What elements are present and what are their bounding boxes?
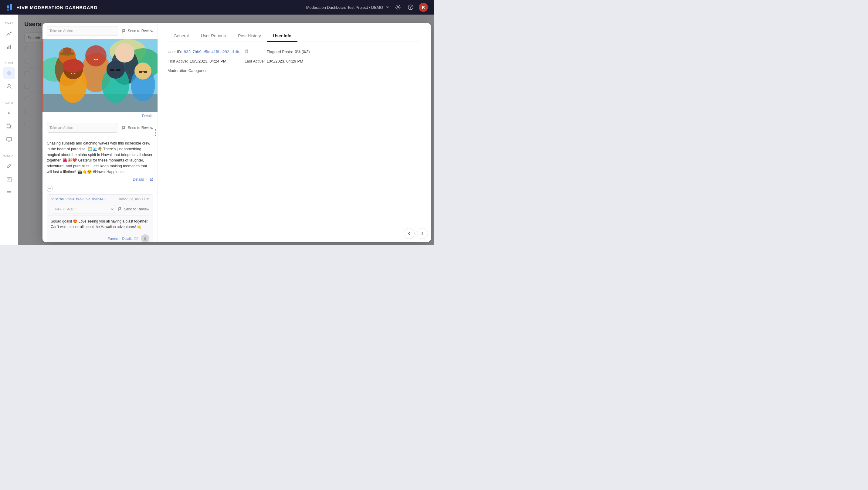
top-navigation: HIVE MODERATION DASHBOARD Moderation Das…	[0, 0, 434, 14]
svg-point-39	[63, 59, 84, 72]
text-post-details-link[interactable]: Details	[133, 177, 144, 182]
text-post-send-review-label: Send to Review	[128, 126, 153, 130]
next-arrow-button[interactable]	[417, 228, 428, 239]
prev-arrow-button[interactable]	[404, 228, 414, 239]
sidebar-item-search[interactable]	[3, 120, 15, 132]
modal-body: Take an Action Send to Review	[42, 23, 431, 242]
search-circle-icon	[6, 123, 12, 129]
svg-point-6	[410, 8, 411, 9]
sidebar-item-trends[interactable]	[3, 41, 15, 53]
image-post-action-bar: Take an Action Send to Review	[42, 23, 157, 39]
app-title: HIVE MODERATION DASHBOARD	[17, 5, 97, 10]
user-id-value[interactable]: 832e7bb9-e5fc-41f8-a292-c1db...	[184, 50, 243, 54]
sidebar-item-submissions[interactable]	[3, 67, 15, 79]
diamond-icon	[6, 70, 12, 76]
right-panel: General User Reports Post History User I…	[158, 23, 431, 242]
modal-dialog: Take an Action Send to Review	[42, 23, 431, 242]
sidebar-item-auto[interactable]	[3, 107, 15, 119]
manual-section-label: MANUAL	[0, 155, 18, 158]
user-icon	[6, 84, 12, 90]
svg-point-7	[10, 32, 11, 33]
text-post-send-review-button[interactable]: Send to Review	[122, 126, 153, 130]
text-post-footer: Details |	[47, 175, 153, 182]
monitor-icon	[6, 136, 12, 143]
image-post-send-review-label: Send to Review	[128, 29, 153, 33]
comment-parent-link[interactable]: Parent	[108, 237, 118, 240]
hive-logo-icon	[6, 3, 14, 11]
sidebar-item-list[interactable]	[3, 187, 15, 199]
book-icon	[6, 176, 12, 182]
tab-general[interactable]: General	[167, 30, 195, 42]
comment-avatar-icon	[143, 237, 147, 241]
tab-user-reports[interactable]: User Reports	[195, 30, 232, 42]
svg-point-4	[397, 7, 399, 8]
text-post-card: Take an Action Send to Review Chasing su…	[42, 120, 157, 186]
flagged-posts-value: 0% (0/3)	[295, 50, 310, 54]
chevron-down-icon	[385, 5, 390, 9]
dot-3	[155, 134, 156, 136]
tab-user-info[interactable]: User Info	[267, 30, 298, 42]
last-active-value: 10/5/2023, 04:29 PM	[267, 59, 303, 63]
chevron-left-icon	[407, 231, 411, 236]
svg-rect-42	[110, 69, 115, 71]
settings-button[interactable]	[393, 3, 402, 12]
sidebar-item-users[interactable]	[3, 81, 15, 93]
dot-2	[155, 132, 156, 133]
comment-footer: Parent | Details	[47, 233, 153, 242]
help-button[interactable]	[406, 3, 415, 12]
hive-logo: HIVE MODERATION DASHBOARD	[6, 3, 97, 11]
comment-action-select[interactable]: Take an Action	[51, 205, 115, 213]
image-post-send-review-button[interactable]: Send to Review	[122, 29, 153, 33]
svg-point-34	[115, 43, 134, 63]
chevron-right-icon	[420, 231, 425, 236]
flag-send-icon	[122, 29, 126, 33]
comment-timestamp: 10/5/2023, 04:27 PM	[118, 197, 149, 201]
flagged-posts-label: Flagged Posts:	[267, 50, 293, 54]
separator-1: |	[146, 178, 147, 181]
external-link-icon[interactable]	[150, 178, 153, 181]
text-post-body: Chasing sunsets and catching waves with …	[42, 136, 157, 186]
sidebar-item-manual[interactable]	[3, 160, 15, 172]
first-active-label: First Active:	[167, 59, 188, 63]
sidebar-item-monitor[interactable]	[3, 133, 15, 146]
svg-rect-2	[10, 7, 12, 10]
svg-rect-55	[245, 51, 248, 53]
sidebar-item-stats[interactable]	[3, 27, 15, 39]
sidebar-divider-1	[4, 56, 14, 56]
image-post-details-link[interactable]: Details	[42, 112, 157, 120]
text-post-action-bar: Take an Action Send to Review	[42, 120, 157, 136]
sidebar-divider-3	[4, 149, 14, 149]
content-area: Users ···	[18, 14, 434, 245]
user-avatar[interactable]: R	[419, 3, 428, 12]
image-post-action-select[interactable]: Take an Action	[47, 26, 118, 36]
svg-point-36	[85, 45, 106, 66]
comment-card: 832e7bb9-5fc-41f8-a292-c1db4b43... 10/5/…	[47, 194, 153, 242]
svg-rect-0	[7, 5, 9, 8]
trends-icon	[6, 44, 12, 50]
project-selector[interactable]: Moderation Dashboard Test Project / DEMO	[306, 5, 390, 10]
comment-external-icon[interactable]	[134, 237, 138, 240]
comment-avatar	[141, 234, 149, 242]
svg-rect-8	[7, 47, 8, 49]
comment-details-link[interactable]: Details	[122, 237, 132, 240]
comment-collapse-button[interactable]	[47, 186, 53, 192]
sidebar-item-book[interactable]	[3, 173, 15, 185]
nav-right: Moderation Dashboard Test Project / DEMO…	[306, 3, 428, 12]
comment-content: Squad goals! 😍 Love seeing you all havin…	[47, 216, 153, 233]
copy-icon[interactable]	[244, 50, 249, 54]
sidebar: STATS SUBM AUT	[0, 14, 18, 245]
tab-post-history[interactable]: Post History	[232, 30, 267, 42]
svg-rect-16	[7, 137, 11, 141]
info-row-1: User ID: 832e7bb9-e5fc-41f8-a292-c1db...…	[167, 50, 421, 54]
comment-action-bar: Take an Action Send to Review	[47, 203, 153, 216]
tools-icon	[6, 163, 12, 169]
comment-send-review-button[interactable]: Send to Review	[118, 207, 149, 211]
gear-icon	[395, 5, 401, 10]
subm-section-label: SUBM	[0, 62, 18, 65]
nav-left: HIVE MODERATION DASHBOARD	[6, 3, 97, 11]
panel-separator-dots[interactable]	[155, 129, 156, 136]
text-post-flag-icon	[122, 126, 126, 130]
stats-section-label: STATS	[0, 22, 18, 25]
user-id-field: User ID: 832e7bb9-e5fc-41f8-a292-c1db...	[167, 50, 249, 54]
text-post-action-select[interactable]: Take an Action	[47, 123, 118, 133]
